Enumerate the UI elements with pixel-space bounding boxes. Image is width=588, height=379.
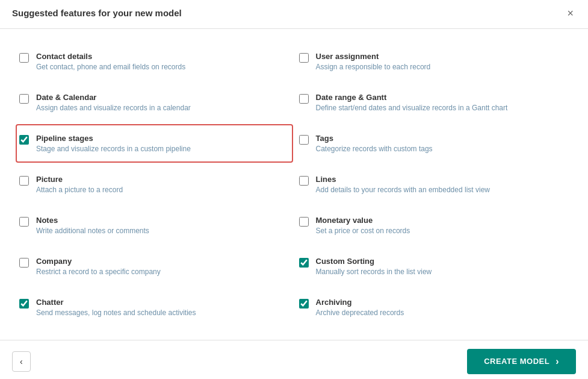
feature-item-company: Company Restrict a record to a specific … [16, 247, 293, 286]
feature-desc-chatter: Send messages, log notes and schedule ac… [36, 309, 196, 317]
feature-text-archiving: Archiving Archive deprecated records [316, 298, 404, 317]
feature-item-custom-sorting: Custom Sorting Manually sort records in … [296, 247, 573, 286]
feature-item-contact-details: Contact details Get contact, phone and e… [16, 42, 293, 81]
checkbox-user-assignment[interactable] [299, 53, 309, 63]
feature-item-picture: Picture Attach a picture to a record [16, 165, 293, 204]
feature-text-date-calendar: Date & Calendar Assign dates and visuali… [36, 93, 191, 112]
feature-desc-picture: Attach a picture to a record [36, 186, 123, 194]
feature-text-date-range-gantt: Date range & Gantt Define start/end date… [316, 93, 508, 112]
feature-item-lines: Lines Add details to your records with a… [296, 165, 573, 204]
checkbox-chatter[interactable] [19, 299, 29, 309]
feature-text-lines: Lines Add details to your records with a… [316, 175, 490, 194]
feature-text-pipeline-stages: Pipeline stages Stage and visualize reco… [36, 134, 191, 153]
feature-name-monetary-value: Monetary value [316, 216, 410, 225]
feature-text-chatter: Chatter Send messages, log notes and sch… [36, 298, 196, 317]
feature-text-contact-details: Contact details Get contact, phone and e… [36, 52, 185, 71]
feature-item-archiving: Archiving Archive deprecated records [296, 288, 573, 327]
feature-name-lines: Lines [316, 175, 490, 184]
feature-text-company: Company Restrict a record to a specific … [36, 257, 161, 276]
checkbox-custom-sorting[interactable] [299, 258, 309, 268]
feature-text-tags: Tags Categorize records with custom tags [316, 134, 433, 153]
feature-name-company: Company [36, 257, 161, 266]
checkbox-monetary-value[interactable] [299, 217, 309, 227]
checkbox-lines[interactable] [299, 176, 309, 186]
feature-name-notes: Notes [36, 216, 149, 225]
modal-header: Suggested features for your new model × [0, 0, 588, 29]
checkbox-archiving[interactable] [299, 299, 309, 309]
feature-name-pipeline-stages: Pipeline stages [36, 134, 191, 143]
feature-item-user-assignment: User assignment Assign a responsible to … [296, 42, 573, 81]
feature-item-chatter: Chatter Send messages, log notes and sch… [16, 288, 293, 327]
feature-name-archiving: Archiving [316, 298, 404, 307]
back-button[interactable]: ‹ [12, 351, 31, 372]
feature-item-pipeline-stages: Pipeline stages Stage and visualize reco… [16, 124, 293, 163]
modal-footer: ‹ CREATE MODEL › [0, 340, 588, 380]
feature-desc-company: Restrict a record to a specific company [36, 268, 161, 276]
feature-desc-custom-sorting: Manually sort records in the list view [316, 268, 432, 276]
feature-desc-archiving: Archive deprecated records [316, 309, 404, 317]
checkbox-picture[interactable] [19, 176, 29, 186]
checkbox-tags[interactable] [299, 135, 309, 145]
checkbox-contact-details[interactable] [19, 53, 29, 63]
feature-name-tags: Tags [316, 134, 433, 143]
feature-desc-lines: Add details to your records with an embe… [316, 186, 490, 194]
modal-overlay: Suggested features for your new model × … [0, 0, 588, 379]
create-model-label: CREATE MODEL [484, 357, 549, 366]
feature-desc-notes: Write additional notes or comments [36, 227, 149, 235]
feature-item-date-range-gantt: Date range & Gantt Define start/end date… [296, 83, 573, 122]
feature-desc-tags: Categorize records with custom tags [316, 145, 433, 153]
checkbox-date-calendar[interactable] [19, 94, 29, 104]
checkbox-company[interactable] [19, 258, 29, 268]
checkbox-pipeline-stages[interactable] [19, 135, 29, 145]
feature-name-date-calendar: Date & Calendar [36, 93, 191, 102]
feature-item-notes: Notes Write additional notes or comments [16, 206, 293, 245]
features-grid: Contact details Get contact, phone and e… [14, 41, 574, 328]
feature-text-monetary-value: Monetary value Set a price or cost on re… [316, 216, 410, 235]
feature-item-date-calendar: Date & Calendar Assign dates and visuali… [16, 83, 293, 122]
feature-desc-contact-details: Get contact, phone and email fields on r… [36, 63, 185, 71]
create-model-arrow: › [556, 356, 559, 367]
feature-text-picture: Picture Attach a picture to a record [36, 175, 123, 194]
feature-desc-date-range-gantt: Define start/end dates and visualize rec… [316, 104, 508, 112]
feature-text-user-assignment: User assignment Assign a responsible to … [316, 52, 431, 71]
feature-desc-monetary-value: Set a price or cost on records [316, 227, 410, 235]
feature-item-tags: Tags Categorize records with custom tags [296, 124, 573, 163]
feature-desc-pipeline-stages: Stage and visualize records in a custom … [36, 145, 191, 153]
modal: Suggested features for your new model × … [0, 0, 588, 379]
feature-item-monetary-value: Monetary value Set a price or cost on re… [296, 206, 573, 245]
feature-name-custom-sorting: Custom Sorting [316, 257, 432, 266]
feature-name-date-range-gantt: Date range & Gantt [316, 93, 508, 102]
feature-desc-date-calendar: Assign dates and visualize records in a … [36, 104, 191, 112]
feature-text-custom-sorting: Custom Sorting Manually sort records in … [316, 257, 432, 276]
checkbox-notes[interactable] [19, 217, 29, 227]
feature-name-user-assignment: User assignment [316, 52, 431, 61]
checkbox-date-range-gantt[interactable] [299, 94, 309, 104]
create-model-button[interactable]: CREATE MODEL › [467, 349, 576, 374]
close-button[interactable]: × [565, 7, 576, 20]
feature-text-notes: Notes Write additional notes or comments [36, 216, 149, 235]
feature-desc-user-assignment: Assign a responsible to each record [316, 63, 431, 71]
modal-body: Contact details Get contact, phone and e… [0, 29, 588, 340]
feature-name-chatter: Chatter [36, 298, 196, 307]
feature-name-picture: Picture [36, 175, 123, 184]
modal-title: Suggested features for your new model [12, 8, 182, 18]
feature-name-contact-details: Contact details [36, 52, 185, 61]
